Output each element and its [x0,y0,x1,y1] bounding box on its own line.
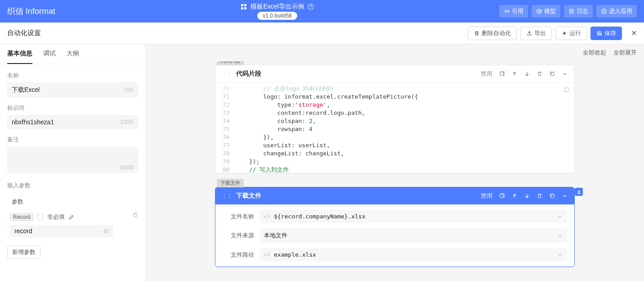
chevron-down-icon[interactable] [557,214,563,219]
svg-rect-12 [551,195,554,198]
drag-handle-icon[interactable]: ⋮⋮ [222,193,233,199]
question-circle-icon[interactable] [308,4,314,10]
name-input[interactable]: 下载Excel 7/50 [7,82,138,98]
trash-icon [474,30,480,36]
play-icon [561,30,568,36]
reference-button[interactable]: 引用 [499,5,528,18]
version-pill[interactable]: v1.0 build56 [257,12,297,20]
left-tabs: 基本信息 调试 大纲 [0,44,145,64]
duplicate-icon[interactable] [549,193,555,199]
delete-param-icon[interactable] [132,212,138,218]
param-row: ⋮⋮ Record 非必填 record [7,209,138,241]
header-center: 模板Excel导出示例 v1.0 build56 [55,3,499,20]
file-path-input[interactable]: <> example.xlsx [259,248,567,261]
collapse-all-button[interactable]: 全部收起 [583,49,606,57]
svg-rect-8 [500,72,503,76]
canvas-scroll[interactable]: 代码片段 ⋮⋮ 代码片段 禁用 [146,61,644,281]
chevron-down-icon[interactable] [562,193,568,199]
svg-rect-3 [244,7,246,9]
file-source-value: 本地文件 [264,231,287,240]
download-file-node: ⋮⋮ 下载文件 禁用 [215,187,575,267]
export-button[interactable]: 导出 [520,27,552,40]
identifier-input[interactable]: nbxfhs1sheza1 13/50 [7,115,138,129]
move-up-icon[interactable] [511,193,518,199]
param-type-tag: Record [10,213,34,221]
run-button[interactable]: 运行 [555,27,587,40]
name-counter: 7/50 [123,87,134,93]
identifier-input-value: nbxfhs1sheza1 [12,118,54,126]
enter-app-button[interactable]: 进入应用 [596,5,637,18]
node-header[interactable]: ⋮⋮ 代码片段 禁用 [215,65,574,83]
app-logo[interactable]: 织信 Informat [7,6,55,17]
file-path-value: example.xlsx [274,251,316,258]
cube-icon [536,8,542,14]
name-label: 名称 [7,72,138,80]
sub-header: 自动化设置 删除自动化 导出 运行 保存 ✕ [0,23,644,44]
code-snippet-node: ⋮⋮ 代码片段 禁用 [215,65,575,173]
node-type-tag: 下载文件 [217,179,244,187]
record-type-icon [103,228,109,234]
log-icon [568,8,575,14]
node-header[interactable]: ⋮⋮ 下载文件 禁用 [215,187,574,204]
svg-rect-7 [104,229,108,233]
copy-icon[interactable] [499,193,505,199]
file-name-input[interactable]: <> ${record.companyName}.xlsx [259,210,567,223]
remark-label: 备注 [7,136,138,144]
svg-rect-1 [244,4,246,6]
link-icon [504,8,510,14]
code-editor[interactable]: 707172737475767778798081 // 企业logo 跨4行2列… [215,83,574,173]
canvas-toolbar: 全部收起 全部展开 [146,44,644,61]
param-name-input[interactable]: record [10,225,113,237]
svg-rect-2 [241,7,243,9]
delete-automation-button[interactable]: 删除自动化 [468,27,517,40]
copy-icon[interactable] [499,71,505,77]
page-title: 自动化设置 [7,29,468,37]
node-title: 代码片段 [236,70,481,78]
trash-icon[interactable] [537,71,543,77]
identifier-counter: 13/50 [120,119,134,125]
app-grid-icon [241,4,247,10]
trash-icon[interactable] [537,193,543,199]
expression-icon: <> [264,213,270,220]
save-button[interactable]: 保存 [590,27,622,40]
disable-button[interactable]: 禁用 [481,192,492,200]
params-column-header: 参数 [7,194,138,209]
remark-counter: 0/500 [120,164,134,171]
optional-checkbox[interactable] [37,214,44,220]
remark-input[interactable]: 0/500 [7,146,138,173]
node-type-tag: 代码片段 [217,61,244,65]
disable-button[interactable]: 禁用 [481,70,492,78]
tab-outline[interactable]: 大纲 [67,44,79,64]
node-title: 下载文件 [236,192,481,200]
canvas-panel: 全部收起 全部展开 代码片段 ⋮⋮ 代码片段 禁用 [146,44,644,281]
optional-label: 非必填 [47,213,65,221]
left-panel: 基本信息 调试 大纲 名称 下载Excel 7/50 标识符 nbxfhs1sh… [0,44,146,281]
file-name-value: ${record.companyName}.xlsx [274,213,366,220]
chevron-down-icon[interactable] [557,252,563,258]
svg-rect-9 [551,73,554,76]
close-icon[interactable]: ✕ [631,29,637,37]
svg-point-10 [578,190,580,192]
person-badge-icon[interactable] [575,188,583,196]
chevron-down-icon[interactable] [557,233,563,238]
sub-actions: 删除自动化 导出 运行 保存 ✕ [468,27,637,40]
duplicate-icon[interactable] [549,71,555,77]
add-param-button[interactable]: 新增参数 [7,245,40,259]
tab-debug[interactable]: 调试 [43,44,56,64]
chevron-down-icon[interactable] [562,71,568,77]
move-up-icon[interactable] [511,71,518,77]
input-params-section-label: 输入参数 [7,181,138,190]
drag-handle-icon[interactable]: ⋮⋮ [3,222,12,227]
file-source-select[interactable]: 本地文件 [259,228,567,243]
enter-icon [601,8,607,14]
model-button[interactable]: 模型 [532,5,560,18]
logs-button[interactable]: 日志 [564,5,593,18]
move-down-icon[interactable] [524,71,530,77]
move-down-icon[interactable] [524,193,530,199]
svg-rect-0 [241,4,243,6]
drag-handle-icon[interactable]: ⋮⋮ [222,71,233,77]
tab-basic[interactable]: 基本信息 [7,44,32,64]
edit-icon[interactable] [68,214,74,220]
expand-all-button[interactable]: 全部展开 [613,49,637,57]
app-title: 模板Excel导出示例 [250,3,304,11]
